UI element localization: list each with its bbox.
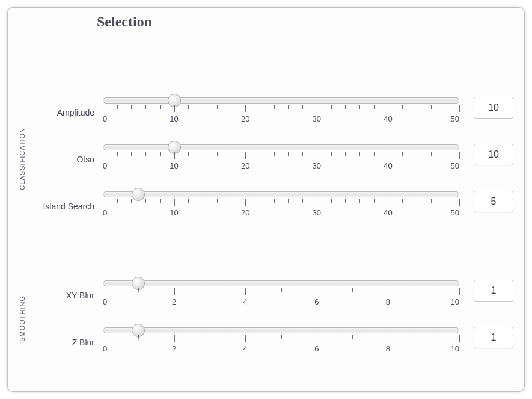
- tick-minor: [352, 288, 353, 292]
- tick-minor: [217, 199, 218, 203]
- tick-minor: [331, 199, 332, 203]
- slider-label-z-blur: Z Blur: [37, 336, 103, 347]
- slider-xy-blur[interactable]: 0246810: [103, 277, 459, 313]
- section-classification: CLASSIFICATIONAmplitude0102030405010Otsu…: [19, 88, 513, 229]
- tick-minor: [445, 199, 445, 203]
- section-smoothing: SMOOTHINGXY Blur02468101Z Blur02468101: [19, 271, 513, 365]
- tick-minor: [417, 199, 417, 203]
- tick-label: 8: [386, 297, 390, 306]
- tick-major: [103, 199, 103, 206]
- tick-minor: [274, 152, 275, 156]
- tick-label: 10: [170, 161, 178, 170]
- tick-minor: [217, 152, 218, 156]
- slider-ticks: 01020304050: [103, 105, 459, 114]
- slider-label-amplitude: Amplitude: [37, 107, 103, 117]
- tick-major: [459, 105, 460, 112]
- tick-minor: [402, 152, 403, 156]
- tick-minor: [217, 105, 218, 109]
- tick-minor: [188, 105, 189, 109]
- tick-major: [174, 105, 175, 112]
- value-input-island-search[interactable]: 5: [474, 191, 513, 212]
- tick-major: [388, 288, 388, 295]
- slider-amplitude[interactable]: 01020304050: [103, 94, 459, 130]
- tick-label: 40: [384, 114, 392, 123]
- tick-minor: [445, 105, 445, 109]
- tick-minor: [131, 199, 132, 203]
- value-input-xy-blur[interactable]: 1: [474, 280, 513, 302]
- panel-title: Selection: [97, 14, 513, 30]
- tick-major: [317, 105, 317, 112]
- selection-panel: Selection CLASSIFICATIONAmplitude0102030…: [7, 7, 525, 392]
- slider-row-otsu: Otsu0102030405010: [37, 135, 513, 182]
- tick-minor: [210, 335, 210, 339]
- tick-minor: [302, 152, 303, 156]
- tick-minor: [288, 105, 289, 109]
- divider: [19, 34, 513, 34]
- slider-track[interactable]: [103, 327, 459, 333]
- slider-track[interactable]: [103, 97, 459, 104]
- tick-minor: [188, 152, 189, 156]
- tick-major: [388, 152, 388, 159]
- tick-minor: [374, 152, 375, 156]
- tick-label: 4: [243, 297, 248, 306]
- tick-minor: [117, 199, 118, 203]
- slider-label-xy-blur: XY Blur: [37, 289, 103, 300]
- value-input-z-blur[interactable]: 1: [474, 327, 513, 348]
- tick-label: 0: [103, 208, 107, 217]
- tick-minor: [260, 105, 260, 109]
- tick-label: 0: [103, 161, 107, 170]
- tick-major: [245, 105, 246, 112]
- tick-minor: [431, 152, 432, 156]
- tick-major: [245, 152, 246, 159]
- tick-label: 30: [313, 114, 321, 123]
- tick-minor: [345, 105, 346, 109]
- tick-label: 20: [241, 161, 249, 170]
- slider-island-search[interactable]: 01020304050: [103, 188, 459, 224]
- tick-label: 50: [451, 161, 459, 170]
- tick-minor: [374, 105, 375, 109]
- value-input-amplitude[interactable]: 10: [474, 97, 513, 119]
- slider-track[interactable]: [103, 191, 459, 197]
- tick-minor: [345, 152, 346, 156]
- tick-minor: [203, 199, 203, 203]
- slider-ticks: 01020304050: [103, 152, 459, 161]
- tick-label: 8: [386, 344, 390, 353]
- tick-minor: [281, 335, 282, 339]
- tick-label: 50: [451, 208, 459, 217]
- tick-major: [245, 199, 246, 206]
- tick-minor: [145, 199, 146, 203]
- tick-minor: [203, 152, 203, 156]
- tick-minor: [138, 335, 139, 339]
- tick-label: 10: [170, 208, 178, 217]
- tick-minor: [231, 105, 231, 109]
- tick-label: 20: [241, 208, 249, 217]
- tick-major: [174, 335, 175, 342]
- slider-otsu[interactable]: 01020304050: [103, 141, 459, 177]
- tick-major: [459, 335, 460, 342]
- slider-track[interactable]: [103, 280, 459, 286]
- tick-major: [103, 105, 103, 112]
- tick-minor: [274, 105, 275, 109]
- tick-minor: [402, 199, 403, 203]
- slider-track[interactable]: [103, 144, 459, 150]
- tick-minor: [188, 199, 189, 203]
- tick-minor: [431, 199, 432, 203]
- tick-minor: [302, 105, 303, 109]
- tick-minor: [260, 199, 260, 203]
- tick-minor: [160, 199, 161, 203]
- tick-minor: [445, 152, 445, 156]
- tick-minor: [352, 335, 353, 339]
- tick-minor: [331, 152, 332, 156]
- tick-minor: [359, 199, 360, 203]
- tick-major: [245, 288, 246, 295]
- value-input-otsu[interactable]: 10: [474, 144, 513, 165]
- tick-major: [317, 152, 317, 159]
- tick-minor: [131, 152, 132, 156]
- tick-label: 20: [241, 114, 249, 123]
- tick-major: [174, 152, 175, 159]
- tick-major: [174, 199, 175, 206]
- section-label-smoothing: SMOOTHING: [19, 295, 31, 342]
- slider-z-blur[interactable]: 0246810: [103, 324, 459, 360]
- tick-minor: [424, 335, 424, 339]
- slider-label-otsu: Otsu: [37, 153, 103, 164]
